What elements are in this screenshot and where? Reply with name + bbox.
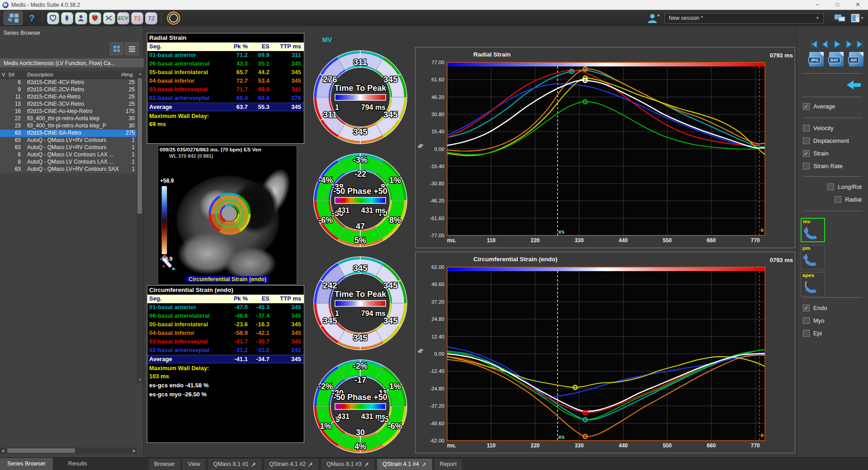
scroll-right-icon[interactable]: ▶ <box>133 449 136 453</box>
tab-view[interactable]: View <box>182 458 206 470</box>
close-button[interactable]: ✕ <box>848 0 868 10</box>
tab-qstrain-4-1-2[interactable]: QStrain 4.1 #2 <box>264 458 320 470</box>
segment-name: 03-basal inferoseptal <box>147 338 223 346</box>
qmass-app-icon[interactable] <box>47 12 59 24</box>
peak-value: 65.7 <box>223 68 250 77</box>
peak-value: 43.3 <box>223 60 250 68</box>
checkbox-unchecked-icon <box>803 137 810 144</box>
series-row[interactable]: 63AutoQ - QMass LV+RV Contours1 <box>0 137 137 144</box>
screen-layout-button[interactable] <box>833 12 847 24</box>
end-marker-label: e <box>761 432 764 438</box>
series-row[interactable]: 16tf2d15-CINE-Ao-klep-Retro175 <box>0 108 137 115</box>
horizontal-scrollbar[interactable]: ◀ ▶ <box>0 447 137 454</box>
checkbox-strain-rate[interactable]: Strain Rate <box>803 163 843 169</box>
checkbox-label: Displacement <box>813 137 849 144</box>
viewer-overlay-label: Circumferential Strain (endo) <box>186 276 269 282</box>
export-jpg-button[interactable]: JPG <box>809 52 826 68</box>
checkbox-radial[interactable]: Radial <box>835 196 862 203</box>
file-icon: JPG <box>809 52 824 67</box>
series-row[interactable]: 63AutoQ - QMass LV+RV Contours1 <box>0 144 137 151</box>
layout-button[interactable] <box>4 11 23 25</box>
es-value: -42.1 <box>250 329 272 338</box>
export-dat-button[interactable]: DAT <box>829 52 846 68</box>
skip-start-button[interactable] <box>808 40 819 50</box>
checkbox-average[interactable]: ✓Average <box>803 103 835 110</box>
checkbox-long-rot[interactable]: Long/Rot <box>827 183 862 190</box>
panel-tab-results[interactable]: Results <box>61 458 95 470</box>
qflow-app-icon[interactable] <box>61 12 73 24</box>
view-label: pm <box>802 245 810 251</box>
list-view-button[interactable] <box>125 42 139 55</box>
maximize-button[interactable]: □ <box>827 0 848 10</box>
horizontal-scroll-thumb[interactable] <box>7 448 75 453</box>
view-layout-button[interactable] <box>850 12 864 24</box>
tab-browser[interactable]: Browser <box>148 458 181 470</box>
series-description: fl3_400_thr-pl-retro-Aorta klep_P <box>27 122 106 129</box>
gcs-text: es-gcs myo -26.50 % <box>147 389 304 398</box>
segment-value-ul: 242 <box>323 281 337 290</box>
tab-label: QStrain 4.1 #4 <box>382 459 419 470</box>
step-back-button[interactable] <box>820 40 830 50</box>
qstrain-rings-icon[interactable] <box>167 11 180 25</box>
checkbox-strain[interactable]: ✓Strain <box>803 150 829 157</box>
step-forward-button[interactable] <box>843 40 854 50</box>
series-row[interactable]: 9tf2d15-CINE-2CV-Retro25 <box>0 86 137 94</box>
patient-row[interactable]: Medis AorticStenosis (LV Function, Flow)… <box>0 59 144 67</box>
segment-value-top: -17 <box>354 376 366 385</box>
qvalve-app-icon[interactable] <box>103 12 115 24</box>
session-dropdown[interactable]: New session * ▼ <box>665 13 824 24</box>
peak-value: -47.0 <box>223 303 250 312</box>
back-arrow-icon[interactable] <box>846 80 862 90</box>
pin-icon <box>308 462 313 467</box>
checkbox-endo[interactable]: ✓Endo <box>803 305 827 311</box>
t1-app-icon[interactable]: T1 <box>131 12 143 24</box>
series-row[interactable]: 8tf2d15-CINE-4CV-Retro25 <box>0 79 137 86</box>
series-row[interactable]: 8AutoQ - QMass LV Contours LAX ...1 <box>0 159 137 166</box>
minimize-button[interactable]: – <box>807 0 827 10</box>
checkbox-myo[interactable]: Myo <box>803 317 825 324</box>
ecv-app-icon[interactable]: ECV <box>117 12 129 24</box>
view-mv-button[interactable]: mv <box>801 218 825 242</box>
q4dflow-app-icon[interactable] <box>75 12 87 24</box>
segment-row: 05-basal inferolateral-23.6-16.3345 <box>147 320 304 329</box>
circumferential-strain-chart[interactable]: 62.0049.6037.2024.8012.400.00-12.40-24.8… <box>415 252 795 453</box>
export-avi-button[interactable]: AVI <box>849 52 866 68</box>
qstrain-heart-app-icon[interactable] <box>89 12 101 24</box>
tab-qmass-8-1-1[interactable]: QMass 8.1 #1 <box>208 458 262 470</box>
scroll-down-icon[interactable]: ▼ <box>138 378 142 382</box>
view-apex-button[interactable]: apex <box>801 272 825 296</box>
view-pm-button[interactable]: pm <box>801 245 825 269</box>
series-row[interactable]: 13tf2d15-CINE-3CV-Retro25 <box>0 101 137 108</box>
es-value: -16.3 <box>250 320 272 329</box>
play-button[interactable] <box>831 40 842 50</box>
help-button[interactable]: ? <box>29 13 35 24</box>
grid-view-button[interactable] <box>110 42 123 55</box>
t2-app-icon[interactable]: T2 <box>145 12 157 24</box>
mri-viewer[interactable]: 009/25 035/0276/863 ms. (70 bpm) ES Ven … <box>158 146 297 285</box>
series-number: 63 <box>8 144 21 150</box>
tab-report[interactable]: Report <box>434 458 463 470</box>
x-tick-label: 550 <box>663 442 672 449</box>
radial-strain-chart[interactable]: 77.0061.6046.2030.8015.400.00-15.40-30.8… <box>415 47 795 248</box>
panel-tab-series-browser[interactable]: Series Browser <box>0 458 53 470</box>
series-row[interactable]: 8AutoQ - QMass LV Contours LAX ...1 <box>0 151 137 159</box>
segment-row: 03-basal inferoseptal-41.7-35.7345 <box>147 338 304 346</box>
tab-qmass-8-1-3[interactable]: QMass 8.1 #3 <box>321 458 375 470</box>
column-header: Seg. <box>147 295 223 303</box>
series-row[interactable]: 11tf2d15-CINE-Ao-Retro25 <box>0 94 137 101</box>
checkbox-epi[interactable]: Epi <box>803 330 822 337</box>
scroll-up-icon[interactable]: ▲ <box>138 72 142 76</box>
series-row[interactable]: 63AutoQ - QMass LV+RV Contours SAX1 <box>0 166 137 173</box>
skip-end-button[interactable] <box>855 40 866 50</box>
scroll-left-icon[interactable]: ◀ <box>1 449 4 453</box>
series-row[interactable]: 22fl3_400_thr-pl-retro-Aorta klep30 <box>0 115 137 122</box>
series-row[interactable]: 63tf2d15-CINE-SA-Retro275 <box>0 130 137 137</box>
tab-qstrain-4-1-4[interactable]: QStrain 4.1 #4 <box>377 458 433 470</box>
vertical-scrollbar[interactable]: ▲ ▼ <box>137 71 143 383</box>
add-user-icon[interactable] <box>646 13 660 24</box>
vertical-scroll-thumb[interactable] <box>137 78 142 214</box>
series-row[interactable]: 23fl3_400_thr-pl-retro-Aorta klep_P30 <box>0 122 137 130</box>
checkbox-velocity[interactable]: Velocity <box>803 125 834 132</box>
checkbox-displacement[interactable]: Displacement <box>803 137 849 144</box>
y-tick-label: 46.20 <box>431 94 444 100</box>
